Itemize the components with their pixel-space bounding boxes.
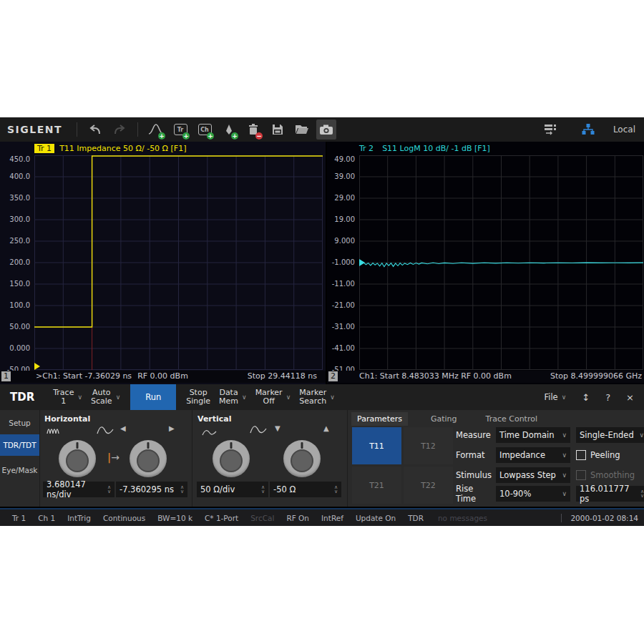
- vertical-ref-knob[interactable]: [283, 440, 321, 477]
- chevron-down-icon: ∨: [562, 472, 567, 479]
- sidebar-item-tdr-tdt[interactable]: TDR/TDT: [0, 434, 39, 456]
- measure-dropdown[interactable]: Time Domain∨: [496, 427, 570, 443]
- y-tick-label: 450.0: [0, 155, 30, 163]
- t11-button[interactable]: T11: [352, 427, 401, 464]
- menu-marker[interactable]: MarkerOff ∨: [255, 389, 291, 406]
- t22-button[interactable]: T22: [404, 467, 453, 504]
- divider: [192, 410, 192, 507]
- y-tick-label: -31.00: [325, 323, 355, 331]
- channel1-freq-footer: 2 Ch1: Start 8.483033 MHz RF 0.00 dBm St…: [327, 371, 644, 383]
- close-panel-button[interactable]: ×: [626, 392, 634, 403]
- add-marker-button[interactable]: +: [219, 119, 239, 140]
- horizontal-position-knob[interactable]: [130, 440, 167, 477]
- chevron-down-icon: ∨: [77, 394, 82, 401]
- help-button[interactable]: ?: [605, 392, 610, 403]
- local-mode-button[interactable]: Local: [613, 125, 635, 135]
- menu-data-mem[interactable]: DataMem ∨: [219, 389, 247, 406]
- undo-button[interactable]: [85, 119, 105, 140]
- rf-power-label: RF 0.00 dBm: [461, 371, 512, 381]
- stimulus-label: Stimulus: [456, 470, 496, 480]
- horizontal-position-field[interactable]: -7.360295 ns ∧∨: [116, 482, 187, 497]
- horizontal-group: Horizontal ◀ ▶ |→ 3.680147 ns/div ∧∨ -7.…: [42, 410, 190, 507]
- y-tick-label: 300.0: [0, 215, 30, 223]
- toolbar: SIGLENT + Tr + Ch + + −: [0, 117, 644, 142]
- status-intref: IntRef: [321, 514, 343, 522]
- menu-marker-search[interactable]: MarkerSearch ∨: [299, 389, 335, 406]
- add-trace-button[interactable]: Tr +: [170, 119, 190, 140]
- open-file-button[interactable]: [292, 119, 312, 140]
- status-tr-1: Tr 1: [12, 514, 26, 522]
- ref-down-icon: ▼: [275, 424, 280, 432]
- vertical-scale-knob[interactable]: [213, 440, 250, 477]
- position-left-icon: ◀: [120, 424, 126, 432]
- spinner-control[interactable]: ∧∨: [107, 485, 111, 494]
- y-tick-label: 0.000: [0, 344, 30, 352]
- status-update-on: Update On: [356, 514, 396, 522]
- save-button[interactable]: [268, 119, 288, 140]
- vertical-ref-field[interactable]: -50 Ω ∧∨: [270, 482, 341, 497]
- redo-button[interactable]: [109, 119, 130, 140]
- chart-area: Tr 1T11 Impedance 50 Ω/ -50 Ω [F1] 450.0…: [0, 142, 644, 384]
- y-tick-label: 29.00: [325, 194, 355, 202]
- vertical-scale-field[interactable]: 50 Ω/div ∧∨: [197, 482, 268, 497]
- file-menu[interactable]: File∨: [544, 392, 566, 402]
- trace1-title-text: T11 Impedance 50 Ω/ -50 Ω [F1]: [59, 144, 186, 153]
- rf-power-label: RF 0.00 dBm: [137, 371, 188, 381]
- t21-button[interactable]: T21: [352, 467, 401, 504]
- tab-parameters[interactable]: Parameters: [351, 412, 408, 426]
- topology-dropdown[interactable]: Single-Ended∨: [576, 427, 644, 443]
- trace2-label[interactable]: Tr 2: [359, 144, 374, 153]
- plus-badge-icon: +: [182, 132, 190, 140]
- spinner-control[interactable]: ∧∨: [640, 489, 644, 498]
- horizontal-scale-knob[interactable]: [59, 440, 96, 477]
- run-button[interactable]: Run: [130, 384, 176, 410]
- spinner-control[interactable]: ∧∨: [261, 485, 265, 494]
- screenshot-button[interactable]: [316, 119, 336, 140]
- resize-panel-button[interactable]: ↕: [582, 392, 590, 403]
- s11-logmag-plot[interactable]: [359, 155, 643, 370]
- spinner-control[interactable]: ∧∨: [334, 485, 338, 494]
- network-button[interactable]: [578, 119, 598, 140]
- trace1-badge[interactable]: Tr 1: [34, 144, 54, 153]
- y-tick-label: -21.00: [325, 301, 355, 309]
- sidebar-item-setup[interactable]: Setup: [0, 416, 39, 430]
- y-tick-label: 100.0: [0, 301, 30, 309]
- horizontal-scale-field[interactable]: 3.680147 ns/div ∧∨: [43, 482, 114, 497]
- tab-gating[interactable]: Gating: [425, 412, 463, 426]
- time-scale-zoom-out-icon: [96, 425, 114, 439]
- trace1-title[interactable]: Tr 1T11 Impedance 50 Ω/ -50 Ω [F1]: [34, 144, 186, 154]
- screen-layout-button[interactable]: [541, 119, 561, 140]
- trace2-title[interactable]: Tr 2S11 LogM 10 dB/ -1 dB [F1]: [359, 144, 490, 154]
- add-measurement-button[interactable]: +: [146, 119, 166, 140]
- y-tick-label: 350.0: [0, 194, 30, 202]
- chevron-down-icon: ∨: [116, 394, 121, 401]
- tab-trace-control[interactable]: Trace Control: [480, 412, 543, 426]
- peeling-checkbox[interactable]: Peeling: [576, 450, 620, 460]
- vna-app-window: SIGLENT + Tr + Ch + + −: [0, 117, 644, 526]
- measure-label: Measure: [456, 430, 496, 440]
- chevron-down-icon: ∨: [562, 431, 567, 439]
- format-dropdown[interactable]: Impedance∨: [496, 447, 570, 463]
- delete-button[interactable]: −: [243, 119, 263, 140]
- vertical-group-title: Vertical: [197, 414, 232, 424]
- menu-trace-select[interactable]: Trace1 ∨: [53, 389, 82, 406]
- risetime-value-field[interactable]: 116.011777 ps∧∨: [576, 486, 644, 502]
- position-right-icon: ▶: [169, 424, 175, 432]
- status-tdr: TDR: [408, 514, 424, 522]
- stimulus-dropdown[interactable]: Lowpass Step∨: [496, 467, 570, 483]
- add-channel-button[interactable]: Ch +: [195, 119, 215, 140]
- y-tick-label: 400.0: [0, 172, 30, 180]
- redo-icon: [112, 124, 127, 135]
- menu-auto-scale[interactable]: AutoScale ∨: [91, 389, 120, 406]
- risetime-type-dropdown[interactable]: 10-90%∨: [496, 486, 570, 502]
- status-srccal: SrcCal: [250, 514, 274, 522]
- t12-button[interactable]: T12: [404, 427, 453, 464]
- panel1-index-badge[interactable]: 1: [1, 371, 11, 381]
- y-tick-label: 200.0: [0, 258, 30, 266]
- spinner-control[interactable]: ∧∨: [180, 485, 184, 494]
- menu-stop-single[interactable]: StopSingle: [186, 389, 210, 406]
- tdr-impedance-plot[interactable]: [34, 155, 323, 370]
- panel2-index-badge[interactable]: 2: [328, 371, 338, 381]
- sidebar-item-eye-mask[interactable]: Eye/Mask: [0, 463, 39, 477]
- parameters-group: Parameters Gating Trace Control T11 T12 …: [348, 410, 644, 507]
